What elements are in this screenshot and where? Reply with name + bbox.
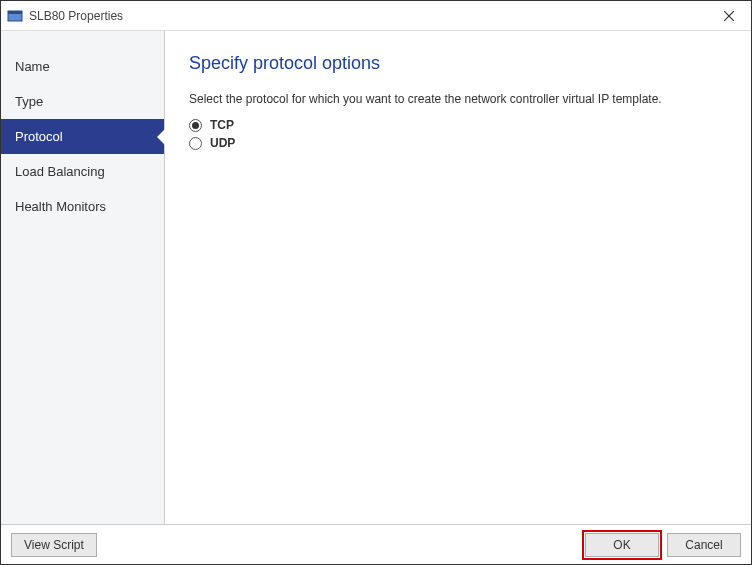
radio-option-tcp[interactable]: TCP (189, 116, 727, 134)
close-icon (724, 11, 734, 21)
ok-button[interactable]: OK (585, 533, 659, 557)
sidebar-item-health-monitors[interactable]: Health Monitors (1, 189, 164, 224)
page-description: Select the protocol for which you want t… (189, 92, 727, 106)
dialog-body: Name Type Protocol Load Balancing Health… (1, 31, 751, 524)
sidebar-item-name[interactable]: Name (1, 49, 164, 84)
page-heading: Specify protocol options (189, 53, 727, 74)
view-script-button[interactable]: View Script (11, 533, 97, 557)
dialog-window: SLB80 Properties Name Type Protocol Load… (0, 0, 752, 565)
dialog-footer: View Script OK Cancel (1, 524, 751, 564)
titlebar: SLB80 Properties (1, 1, 751, 31)
window-title: SLB80 Properties (29, 9, 715, 23)
svg-rect-1 (8, 11, 22, 14)
radio-icon (189, 119, 202, 132)
radio-label: TCP (210, 118, 234, 132)
sidebar: Name Type Protocol Load Balancing Health… (1, 31, 165, 524)
close-button[interactable] (715, 6, 743, 26)
radio-icon (189, 137, 202, 150)
radio-label: UDP (210, 136, 235, 150)
sidebar-item-type[interactable]: Type (1, 84, 164, 119)
app-icon (7, 8, 23, 24)
cancel-button[interactable]: Cancel (667, 533, 741, 557)
main-content: Specify protocol options Select the prot… (165, 31, 751, 524)
sidebar-item-protocol[interactable]: Protocol (1, 119, 164, 154)
radio-option-udp[interactable]: UDP (189, 134, 727, 152)
sidebar-item-load-balancing[interactable]: Load Balancing (1, 154, 164, 189)
